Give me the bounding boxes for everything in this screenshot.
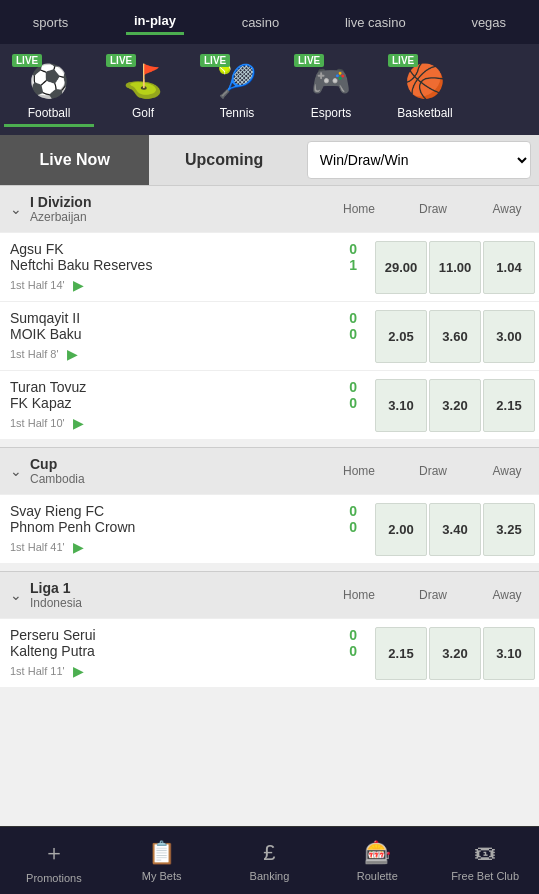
team1-name: Perseru Serui <box>10 627 341 643</box>
banking-icon: £ <box>263 840 275 866</box>
col-label: Home <box>337 202 381 216</box>
chevron-icon: ⌄ <box>10 463 22 479</box>
tab-live-now[interactable]: Live Now <box>0 135 149 185</box>
bottom-nav-freebetclub[interactable]: 🎟 Free Bet Club <box>445 840 525 882</box>
odd-btn-2[interactable]: 3.25 <box>483 503 535 556</box>
col-label: Draw <box>411 202 455 216</box>
team2-score: 0 <box>341 519 357 535</box>
sport-icon-esports[interactable]: LIVE 🎮 Esports <box>286 52 376 127</box>
match-row-0-2: Turan Tovuz 0 FK Kapaz 0 1st Half 10' ▶ … <box>0 370 539 439</box>
sport-icon-tennis[interactable]: LIVE 🎾 Tennis <box>192 52 282 127</box>
match-time: 1st Half 41' <box>10 541 65 553</box>
top-nav: sports in-play casino live casino vegas <box>0 0 539 44</box>
sport-icons-row: LIVE ⚽ Football LIVE ⛳ Golf LIVE 🎾 Tenni… <box>0 44 539 135</box>
odd-btn-2[interactable]: 3.00 <box>483 310 535 363</box>
odd-btn-1[interactable]: 3.40 <box>429 503 481 556</box>
col-label: Draw <box>411 464 455 478</box>
col-label: Draw <box>411 588 455 602</box>
bottom-nav-roulette[interactable]: 🎰 Roulette <box>337 840 417 882</box>
league-country: Azerbaijan <box>30 210 91 224</box>
plus-icon: ＋ <box>43 838 65 868</box>
bottom-nav-banking[interactable]: £ Banking <box>229 840 309 882</box>
bottom-nav-label-roulette: Roulette <box>357 870 398 882</box>
team2-score: 1 <box>341 257 357 273</box>
odd-btn-0[interactable]: 2.05 <box>375 310 427 363</box>
roulette-icon: 🎰 <box>364 840 391 866</box>
team1-name: Svay Rieng FC <box>10 503 341 519</box>
team2-name: MOIK Baku <box>10 326 341 342</box>
tab-row: Live Now Upcoming Win/Draw/Win Both Team… <box>0 135 539 185</box>
live-badge-esports: LIVE <box>294 54 324 67</box>
odd-btn-1[interactable]: 11.00 <box>429 241 481 294</box>
sport-label-basketball: Basketball <box>397 106 452 120</box>
sport-label-tennis: Tennis <box>220 106 255 120</box>
stream-icon: ▶ <box>73 663 84 679</box>
league-header-2[interactable]: ⌄ Liga 1 Indonesia HomeDrawAway <box>0 571 539 618</box>
match-time: 1st Half 8' <box>10 348 59 360</box>
league-header-1[interactable]: ⌄ Cup Cambodia HomeDrawAway <box>0 447 539 494</box>
team1-score: 0 <box>341 379 357 395</box>
odd-btn-2[interactable]: 1.04 <box>483 241 535 294</box>
market-select[interactable]: Win/Draw/Win Both Teams to Score Over/Un… <box>307 141 531 179</box>
bottom-nav-label-banking: Banking <box>250 870 290 882</box>
odd-btn-0[interactable]: 2.15 <box>375 627 427 680</box>
team2-name: FK Kapaz <box>10 395 341 411</box>
bottom-nav-promotions[interactable]: ＋ Promotions <box>14 838 94 884</box>
team1-score: 0 <box>341 310 357 326</box>
league-header-0[interactable]: ⌄ I Divizion Azerbaijan HomeDrawAway <box>0 185 539 232</box>
col-label: Home <box>337 464 381 478</box>
odd-btn-0[interactable]: 3.10 <box>375 379 427 432</box>
team2-score: 0 <box>341 395 357 411</box>
team1-score: 0 <box>341 627 357 643</box>
leagues-container: ⌄ I Divizion Azerbaijan HomeDrawAway Ags… <box>0 185 539 687</box>
match-time: 1st Half 10' <box>10 417 65 429</box>
nav-live-casino[interactable]: live casino <box>337 11 414 34</box>
market-select-wrapper: Win/Draw/Win Both Teams to Score Over/Un… <box>299 137 539 183</box>
odd-btn-0[interactable]: 29.00 <box>375 241 427 294</box>
stream-icon: ▶ <box>73 539 84 555</box>
team2-score: 0 <box>341 643 357 659</box>
sport-label-football: Football <box>28 106 71 120</box>
mybets-icon: 📋 <box>148 840 175 866</box>
odd-btn-1[interactable]: 3.60 <box>429 310 481 363</box>
freebet-icon: 🎟 <box>474 840 496 866</box>
chevron-icon: ⌄ <box>10 587 22 603</box>
bottom-nav-label-promotions: Promotions <box>26 872 82 884</box>
col-label: Away <box>485 464 529 478</box>
stream-icon: ▶ <box>73 277 84 293</box>
team2-name: Phnom Penh Crown <box>10 519 341 535</box>
bottom-nav-mybets[interactable]: 📋 My Bets <box>122 840 202 882</box>
sport-label-esports: Esports <box>311 106 352 120</box>
nav-vegas[interactable]: vegas <box>463 11 514 34</box>
odd-btn-2[interactable]: 3.10 <box>483 627 535 680</box>
league-country: Indonesia <box>30 596 82 610</box>
col-label: Away <box>485 588 529 602</box>
odd-btn-1[interactable]: 3.20 <box>429 379 481 432</box>
odd-btn-1[interactable]: 3.20 <box>429 627 481 680</box>
nav-sports[interactable]: sports <box>25 11 76 34</box>
live-badge-tennis: LIVE <box>200 54 230 67</box>
live-badge-golf: LIVE <box>106 54 136 67</box>
team1-score: 0 <box>341 503 357 519</box>
league-name: Cup <box>30 456 85 472</box>
sport-icon-football[interactable]: LIVE ⚽ Football <box>4 52 94 127</box>
sport-icon-golf[interactable]: LIVE ⛳ Golf <box>98 52 188 127</box>
stream-icon: ▶ <box>67 346 78 362</box>
match-row-2-0: Perseru Serui 0 Kalteng Putra 0 1st Half… <box>0 618 539 687</box>
nav-casino[interactable]: casino <box>234 11 288 34</box>
nav-inplay[interactable]: in-play <box>126 9 184 35</box>
bottom-nav: ＋ Promotions 📋 My Bets £ Banking 🎰 Roule… <box>0 826 539 894</box>
sport-icon-basketball[interactable]: LIVE 🏀 Basketball <box>380 52 470 127</box>
team2-name: Kalteng Putra <box>10 643 341 659</box>
bottom-nav-label-mybets: My Bets <box>142 870 182 882</box>
match-row-0-0: Agsu FK 0 Neftchi Baku Reserves 1 1st Ha… <box>0 232 539 301</box>
team1-score: 0 <box>341 241 357 257</box>
odd-btn-2[interactable]: 2.15 <box>483 379 535 432</box>
col-label: Away <box>485 202 529 216</box>
live-badge-basketball: LIVE <box>388 54 418 67</box>
section-gap <box>0 563 539 571</box>
team2-name: Neftchi Baku Reserves <box>10 257 341 273</box>
odd-btn-0[interactable]: 2.00 <box>375 503 427 556</box>
tab-upcoming[interactable]: Upcoming <box>149 135 298 185</box>
match-time: 1st Half 14' <box>10 279 65 291</box>
